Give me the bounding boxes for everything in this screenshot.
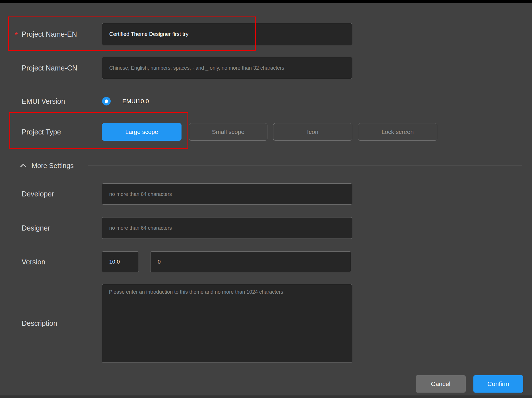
description-label: Description: [22, 319, 57, 328]
developer-input[interactable]: [102, 183, 352, 205]
radio-dot-icon: [105, 100, 108, 103]
window-top-bar: [0, 0, 532, 3]
project-name-en-input[interactable]: [102, 23, 352, 45]
emui-version-label: EMUI Version: [22, 97, 65, 106]
chevron-up-icon: [20, 163, 26, 169]
new-project-dialog: * Project Name-EN Project Name-CN EMUI V…: [0, 0, 532, 398]
project-type-icon-button[interactable]: Icon: [273, 123, 352, 141]
emui-version-radio-selected[interactable]: [102, 97, 111, 105]
project-type-small-scope-button[interactable]: Small scope: [189, 123, 267, 141]
version-minor-input[interactable]: [150, 251, 351, 272]
emui-version-option-label: EMUI10.0: [122, 97, 149, 106]
confirm-button[interactable]: Confirm: [473, 375, 523, 393]
designer-input[interactable]: [102, 217, 352, 239]
project-type-large-scope-button[interactable]: Large scope: [102, 123, 182, 141]
project-name-cn-input[interactable]: [102, 57, 352, 79]
required-asterisk: *: [15, 31, 18, 39]
more-settings-toggle[interactable]: More Settings: [17, 161, 74, 171]
project-name-en-label: Project Name-EN: [22, 30, 77, 39]
description-textarea[interactable]: [102, 284, 352, 363]
developer-label: Developer: [22, 189, 54, 198]
project-type-lock-screen-button[interactable]: Lock screen: [358, 123, 437, 141]
version-label: Version: [22, 257, 45, 266]
more-settings-label: More Settings: [32, 162, 74, 170]
project-name-cn-label: Project Name-CN: [22, 63, 77, 72]
window-bottom-edge: [0, 395, 532, 398]
project-type-label: Project Type: [22, 127, 61, 136]
designer-label: Designer: [22, 223, 50, 233]
section-divider: [88, 165, 522, 166]
version-major-input[interactable]: [102, 251, 139, 272]
cancel-button[interactable]: Cancel: [416, 375, 466, 393]
